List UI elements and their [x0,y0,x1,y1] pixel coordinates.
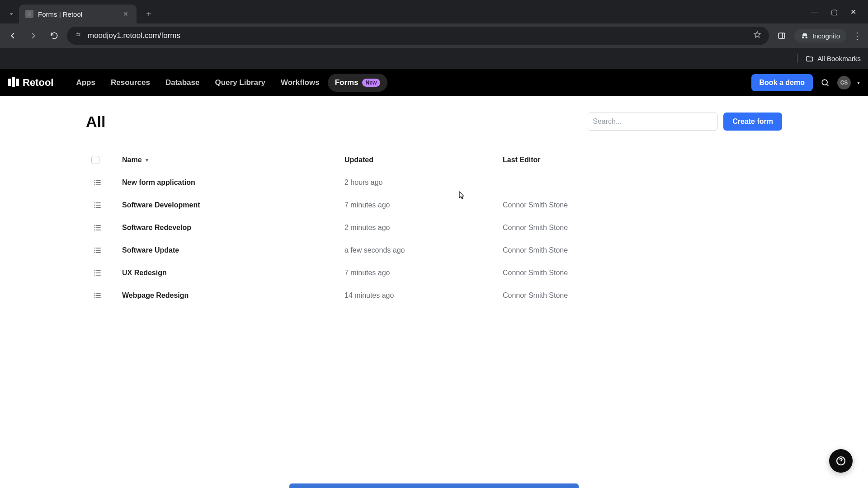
table-row[interactable]: New form application2 hours ago [86,171,782,194]
svg-point-35 [94,273,95,273]
row-editor: Connor Smith Stone [503,201,782,209]
search-icon[interactable] [819,77,831,89]
all-bookmarks-button[interactable]: All Bookmarks [806,55,861,63]
svg-point-34 [94,271,95,271]
tabstrip: Forms | Retool ✕ + ― ▢ ✕ [0,0,868,23]
content: All Create form Name ▾ Updated Last Edit… [0,96,868,488]
row-editor: Connor Smith Stone [503,269,782,277]
side-panel-icon[interactable] [774,28,790,44]
brand-logo-icon [8,79,19,87]
svg-point-23 [94,228,95,228]
row-name: Webpage Redesign [109,291,344,300]
svg-point-24 [94,230,95,230]
svg-point-10 [94,180,95,181]
form-icon [86,201,109,210]
avatar[interactable]: CS [837,76,851,89]
column-name-header[interactable]: Name ▾ [109,156,344,164]
row-name: Software Update [109,246,344,254]
incognito-indicator[interactable]: Incognito [794,29,846,42]
column-lasteditor-header[interactable]: Last Editor [503,156,782,164]
page-title: All [86,113,105,131]
site-settings-icon[interactable] [74,31,82,41]
search-input[interactable] [587,113,718,131]
table-row[interactable]: Webpage Redesign14 minutes agoConnor Smi… [86,284,782,307]
svg-point-17 [94,205,95,206]
window-maximize-icon[interactable]: ▢ [831,8,838,16]
table-row[interactable]: Software Development7 minutes agoConnor … [86,194,782,216]
tab-search-dropdown[interactable] [4,6,19,22]
svg-point-28 [94,248,95,249]
row-updated: a few seconds ago [344,246,503,254]
svg-point-40 [94,293,95,294]
bookmark-star-icon[interactable] [753,30,762,42]
browser-tab[interactable]: Forms | Retool ✕ [19,5,137,23]
app-header: Retool Apps Resources Database Query Lib… [0,69,868,96]
nav-database[interactable]: Database [158,74,207,92]
svg-point-5 [822,80,827,85]
form-icon [86,178,109,187]
nav-workflows[interactable]: Workflows [274,74,327,92]
row-name: New form application [109,178,344,187]
row-updated: 2 hours ago [344,178,503,187]
row-editor: Connor Smith Stone [503,246,782,254]
bottom-banner-sliver [289,483,579,488]
avatar-caret-icon[interactable]: ▾ [857,80,860,86]
app-root: Retool Apps Resources Database Query Lib… [0,69,868,488]
form-icon [86,246,109,255]
select-all-checkbox[interactable] [91,156,99,164]
table-row[interactable]: Software Redevelop2 minutes agoConnor Sm… [86,216,782,239]
nav-resources[interactable]: Resources [104,74,157,92]
window-close-icon[interactable]: ✕ [850,8,856,16]
book-demo-button[interactable]: Book a demo [751,74,813,91]
address-bar[interactable]: moodjoy1.retool.com/forms [67,27,769,45]
column-updated-header[interactable]: Updated [344,156,503,164]
tab-favicon-icon [25,10,33,18]
svg-line-6 [827,84,829,86]
nav-reload-button[interactable] [46,28,62,44]
svg-point-11 [94,183,95,183]
address-url: moodjoy1.retool.com/forms [88,31,180,40]
table-header: Name ▾ Updated Last Editor [86,149,782,171]
svg-rect-2 [28,15,30,15]
form-icon [86,268,109,277]
nav-forms-badge: New [362,79,381,87]
tab-close-icon[interactable]: ✕ [121,9,130,19]
row-updated: 7 minutes ago [344,201,503,209]
row-updated: 14 minutes ago [344,291,503,300]
create-form-button[interactable]: Create form [723,113,782,131]
row-editor: Connor Smith Stone [503,224,782,232]
svg-point-42 [94,298,95,298]
table-body: New form application2 hours agoSoftware … [86,171,782,307]
nav-forms[interactable]: Forms New [328,74,388,92]
svg-point-12 [94,185,95,185]
svg-point-18 [94,207,95,208]
nav-forward-button[interactable] [25,28,42,44]
svg-point-30 [94,253,95,253]
browser-menu-icon[interactable]: ⋮ [851,30,863,41]
bookmark-divider [797,54,797,63]
svg-point-41 [94,296,95,296]
window-minimize-icon[interactable]: ― [811,8,818,16]
title-row: All Create form [86,113,782,131]
svg-point-22 [94,225,95,226]
header-right: Book a demo CS ▾ [751,74,860,91]
row-name: Software Redevelop [109,224,344,232]
column-name-label: Name [122,156,142,164]
browser-chrome: Forms | Retool ✕ + ― ▢ ✕ moodjoy1.retool… [0,0,868,69]
new-tab-button[interactable]: + [141,6,156,22]
row-updated: 7 minutes ago [344,269,503,277]
nav-query-library[interactable]: Query Library [208,74,273,92]
help-fab[interactable] [829,449,853,473]
table-row[interactable]: UX Redesign7 minutes agoConnor Smith Sto… [86,262,782,284]
bookmark-bar: All Bookmarks [0,48,868,69]
nav-apps[interactable]: Apps [69,74,103,92]
brand-logo[interactable]: Retool [8,77,53,89]
row-name: Software Development [109,201,344,209]
sort-caret-icon: ▾ [146,157,148,163]
window-controls: ― ▢ ✕ [811,0,864,23]
nav-back-button[interactable] [5,28,21,44]
svg-point-29 [94,250,95,251]
svg-point-16 [94,203,95,203]
form-icon [86,291,109,300]
table-row[interactable]: Software Updatea few seconds agoConnor S… [86,239,782,262]
